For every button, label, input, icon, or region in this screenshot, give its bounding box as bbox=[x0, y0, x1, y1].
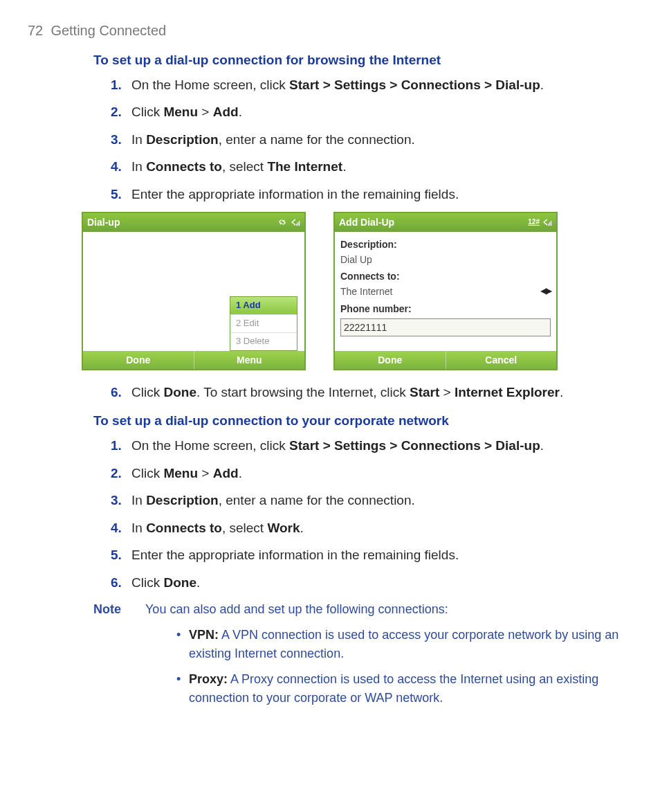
phone-body: 1 Add 2 Edit 3 Delete bbox=[83, 232, 304, 351]
step-4: In Connects to, select Work. bbox=[111, 518, 625, 538]
step-3: In Description, enter a name for the con… bbox=[111, 130, 625, 150]
phone-titlebar: Dial-up bbox=[83, 213, 304, 231]
description-label: Description: bbox=[340, 237, 551, 251]
step-1: On the Home screen, click Start > Settin… bbox=[111, 436, 625, 455]
signal-icon bbox=[291, 218, 300, 226]
step-5: Enter the appropriate information in the… bbox=[111, 185, 625, 204]
note-bullet-vpn: VPN: A VPN connection is used to access … bbox=[176, 626, 625, 663]
step-1: On the Home screen, click Start > Settin… bbox=[111, 75, 625, 95]
menu-edit[interactable]: 2 Edit bbox=[230, 314, 297, 332]
sync-icon bbox=[277, 218, 288, 226]
step-3: In Description, enter a name for the con… bbox=[111, 491, 625, 510]
note-label: Note bbox=[93, 600, 142, 619]
phone-number-input[interactable]: 22221111 bbox=[340, 318, 551, 336]
svg-rect-2 bbox=[299, 221, 300, 226]
note-block: Note You can also add and set up the fol… bbox=[93, 600, 625, 707]
note-bullets: VPN: A VPN connection is used to access … bbox=[176, 626, 625, 707]
selector-arrows-icon[interactable]: ◀ ▶ bbox=[540, 285, 551, 297]
phone-title-text: Add Dial-Up bbox=[339, 215, 394, 229]
connects-to-label: Connects to: bbox=[340, 269, 551, 283]
signal-icon bbox=[542, 218, 552, 226]
step-4: In Connects to, select The Internet. bbox=[111, 157, 625, 177]
connects-to-value[interactable]: The Internet bbox=[340, 285, 393, 298]
screenshots-row: Dial-up 1 Add 2 Edit 3 Delete Done Menu … bbox=[82, 212, 625, 370]
svg-rect-4 bbox=[549, 222, 550, 226]
svg-rect-5 bbox=[551, 221, 551, 226]
note-bullet-proxy: Proxy: A Proxy connection is used to acc… bbox=[176, 670, 625, 707]
section-heading-corporate: To set up a dial-up connection to your c… bbox=[93, 411, 625, 431]
chapter-title: Getting Connected bbox=[51, 23, 166, 38]
softkey-cancel[interactable]: Cancel bbox=[446, 351, 557, 369]
steps-corporate: On the Home screen, click Start > Settin… bbox=[111, 436, 625, 592]
phone-dialup-list: Dial-up 1 Add 2 Edit 3 Delete Done Menu bbox=[82, 212, 306, 370]
step-2: Click Menu > Add. bbox=[111, 102, 625, 122]
menu-add[interactable]: 1 Add bbox=[230, 297, 297, 314]
input-mode-indicator: 12# bbox=[528, 217, 540, 228]
svg-rect-1 bbox=[297, 222, 298, 226]
phone-title-text: Dial-up bbox=[87, 215, 120, 229]
description-value[interactable]: Dial Up bbox=[340, 253, 551, 267]
softkey-bar: Done Menu bbox=[83, 351, 304, 369]
context-menu: 1 Add 2 Edit 3 Delete bbox=[230, 296, 297, 351]
softkey-done[interactable]: Done bbox=[335, 351, 446, 369]
phone-number-label: Phone number: bbox=[340, 302, 551, 316]
phone-body: Description: Dial Up Connects to: The In… bbox=[335, 232, 556, 351]
svg-rect-3 bbox=[548, 224, 549, 226]
step-6: Click Done. To start browsing the Intern… bbox=[111, 383, 625, 402]
step-2: Click Menu > Add. bbox=[111, 464, 625, 483]
section-heading-internet: To set up a dial-up connection for brows… bbox=[93, 51, 625, 70]
page-header: 72 Getting Connected bbox=[28, 21, 625, 41]
steps-internet: On the Home screen, click Start > Settin… bbox=[111, 75, 625, 204]
phone-titlebar: Add Dial-Up 12# bbox=[335, 213, 556, 231]
step-5: Enter the appropriate information in the… bbox=[111, 545, 625, 565]
page-number: 72 bbox=[28, 23, 43, 38]
softkey-bar: Done Cancel bbox=[335, 351, 556, 369]
softkey-menu[interactable]: Menu bbox=[194, 351, 305, 369]
menu-delete[interactable]: 3 Delete bbox=[230, 332, 297, 350]
step-6: Click Done. bbox=[111, 573, 625, 593]
note-intro: You can also add and set up the followin… bbox=[145, 600, 616, 619]
svg-rect-0 bbox=[296, 224, 297, 226]
phone-add-dialup: Add Dial-Up 12# Description: Dial Up Con… bbox=[333, 212, 558, 370]
softkey-done[interactable]: Done bbox=[83, 351, 194, 369]
steps-internet-cont: Click Done. To start browsing the Intern… bbox=[111, 383, 625, 402]
